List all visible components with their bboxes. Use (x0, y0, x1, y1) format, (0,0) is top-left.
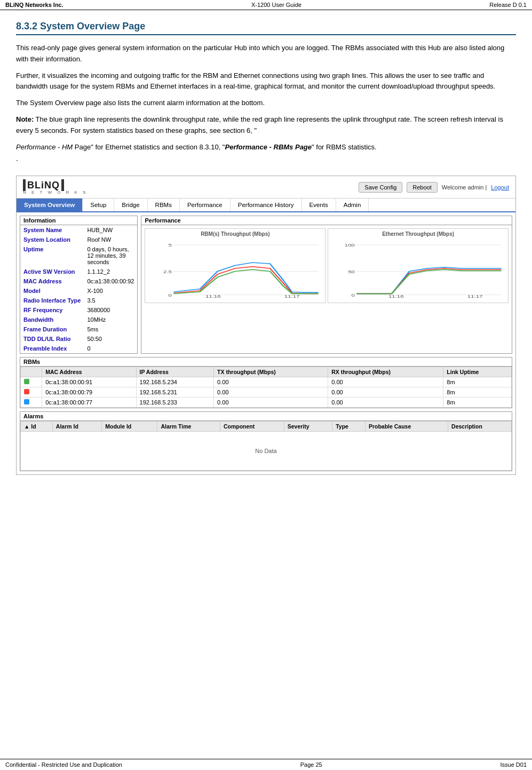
alarms-col-cause: Probable Cause (365, 422, 448, 432)
info-table-row: ModelX-100 (20, 286, 137, 296)
info-table-row: Active SW Version1.1.12_2 (20, 267, 137, 276)
svg-text:11:16: 11:16 (388, 294, 404, 298)
rbm-indicator (21, 398, 42, 408)
info-label: RF Frequency (20, 305, 84, 315)
ui-row1: Information System NameHUB_NWSystem Loca… (20, 216, 512, 354)
rbm-ip: 192.168.5.234 (136, 377, 214, 387)
nav-rbms[interactable]: RBMs (148, 199, 180, 211)
ethernet-chart: Ethernet Throughput (Mbps) 100 50 0 (328, 228, 509, 303)
svg-text:11:17: 11:17 (467, 294, 483, 298)
nav-bridge[interactable]: Bridge (114, 199, 147, 211)
performance-inner: RBM(s) Throughput (Mbps) 5 2.5 0 (141, 225, 512, 306)
performance-box-title: Performance (141, 216, 512, 225)
main-content: 8.3.2 System Overview Page This read-onl… (0, 10, 532, 492)
info-table: System NameHUB_NWSystem LocationRoof NWU… (20, 225, 137, 353)
info-value: Roof NW (84, 235, 137, 244)
info-value: 50:50 (84, 334, 137, 344)
info-table-row: MAC Address0c:a1:38:00:00:92 (20, 276, 137, 286)
perf-rbms-rest: " for RBMS statistics. (312, 143, 377, 151)
info-value: 1.1.12_2 (84, 267, 137, 276)
logo-bar-right (61, 179, 64, 191)
svg-text:2.5: 2.5 (164, 269, 173, 274)
note-text: The blue graph line represents the downl… (16, 115, 503, 134)
page-header: BLiNQ Networks Inc. X-1200 User Guide Re… (0, 0, 532, 10)
rbms-col-mac: MAC Address (42, 367, 136, 377)
info-label: Preamble Index (20, 344, 84, 353)
alarms-no-data-row: No Data (21, 432, 512, 471)
rbm-mac: 0c:a1:38:00:00:77 (42, 398, 136, 408)
rbm-tx: 0.00 (214, 398, 328, 408)
alarms-col-module-id: Module Id (102, 422, 157, 432)
alarms-box: Alarms ▲ Id Alarm Id Module Id Alarm Tim… (20, 411, 512, 471)
info-value: 3680000 (84, 305, 137, 315)
save-config-button[interactable]: Save Config (359, 182, 402, 193)
ui-screenshot: BLiNQ N E T W O R K S Save Config Reboot… (16, 176, 516, 475)
footer-confidential: Confidential - Restricted Use and Duplic… (5, 761, 122, 768)
rbms-table: MAC Address IP Address TX throughput (Mb… (20, 367, 512, 408)
rbms-header-row: MAC Address IP Address TX throughput (Mb… (21, 367, 512, 377)
rbms-table-row: 0c:a1:38:00:00:79 192.168.5.231 0.00 0.0… (21, 387, 512, 398)
nav-system-overview[interactable]: System Overview (17, 199, 83, 211)
info-box: Information System NameHUB_NWSystem Loca… (20, 216, 138, 354)
nav-events[interactable]: Events (302, 199, 336, 211)
perf-hm-rest: Page" for Ethernet statistics and sectio… (73, 143, 225, 151)
footer-page: Page 25 (300, 761, 322, 768)
info-table-row: Uptime0 days, 0 hours, 12 minutes, 39 se… (20, 244, 137, 267)
logout-link[interactable]: Logout (491, 184, 509, 190)
info-value: 0c:a1:38:00:00:92 (84, 276, 137, 286)
backtick-line: ` (16, 158, 516, 169)
rbms-col-uptime: Link Uptime (443, 367, 512, 377)
nav-admin[interactable]: Admin (336, 199, 369, 211)
paragraph-2: Further, it visualizes the incoming and … (16, 70, 516, 93)
nav-setup[interactable]: Setup (83, 199, 114, 211)
rbm-tx: 0.00 (214, 377, 328, 387)
info-value: 10MHz (84, 315, 137, 324)
alarms-col-alarm-id: Alarm Id (52, 422, 101, 432)
svg-text:0: 0 (352, 293, 355, 298)
note-paragraph: Note: The blue graph line represents the… (16, 114, 516, 137)
alarms-col-time: Alarm Time (157, 422, 220, 432)
rbm-chart-title: RBM(s) Throughput (Mbps) (147, 231, 323, 237)
note-label: Note: (16, 115, 34, 123)
alarms-table: ▲ Id Alarm Id Module Id Alarm Time Compo… (20, 421, 512, 471)
nav-performance-history[interactable]: Performance History (231, 199, 302, 211)
rbms-col-rx: RX throughput (Mbps) (328, 367, 443, 377)
info-label: TDD DL/UL Ratio (20, 334, 84, 344)
alarms-box-title: Alarms (20, 412, 512, 421)
performance-box: Performance RBM(s) Throughput (Mbps) (141, 216, 512, 354)
info-label: Bandwidth (20, 315, 84, 324)
info-value: HUB_NW (84, 225, 137, 235)
svg-text:100: 100 (345, 243, 355, 248)
info-table-row: System LocationRoof NW (20, 235, 137, 244)
rbms-col-indicator (21, 367, 42, 377)
rbm-rx: 0.00 (328, 377, 443, 387)
svg-text:50: 50 (348, 269, 355, 274)
info-label: MAC Address (20, 276, 84, 286)
rbm-tx: 0.00 (214, 387, 328, 398)
reboot-button[interactable]: Reboot (407, 182, 437, 193)
rbm-ip: 192.168.5.231 (136, 387, 214, 398)
page-footer: Confidential - Restricted Use and Duplic… (0, 759, 532, 770)
section-number: 8.3.2 (16, 21, 37, 31)
info-value: 0 (84, 344, 137, 353)
rbms-col-tx: TX throughput (Mbps) (214, 367, 328, 377)
rbm-uptime: 8m (443, 377, 512, 387)
info-label: Active SW Version (20, 267, 84, 276)
alarms-col-type: Type (332, 422, 366, 432)
info-value: 3.5 (84, 296, 137, 305)
alarms-header-row: ▲ Id Alarm Id Module Id Alarm Time Compo… (21, 422, 512, 432)
rbms-table-row: 0c:a1:38:00:00:91 192.168.5.234 0.00 0.0… (21, 377, 512, 387)
rbm-mac: 0c:a1:38:00:00:79 (42, 387, 136, 398)
info-label: Radio Interface Type (20, 296, 84, 305)
nav-performance[interactable]: Performance (180, 199, 231, 211)
info-label: Frame Duration (20, 324, 84, 334)
header-title: X-1200 User Guide (251, 2, 301, 8)
perf-paragraph: Performance - HM Page" for Ethernet stat… (16, 142, 516, 153)
svg-text:11:17: 11:17 (284, 294, 300, 298)
alarms-col-component: Component (220, 422, 284, 432)
info-value: 5ms (84, 324, 137, 334)
info-table-row: Preamble Index0 (20, 344, 137, 353)
rbms-table-row: 0c:a1:38:00:00:77 192.168.5.233 0.00 0.0… (21, 398, 512, 408)
svg-text:11:16: 11:16 (205, 294, 221, 298)
rbm-ip: 192.168.5.233 (136, 398, 214, 408)
